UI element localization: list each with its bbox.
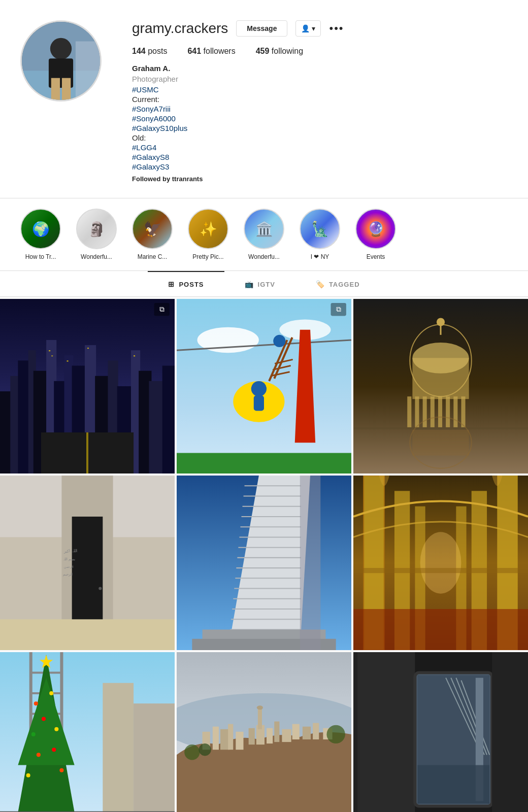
highlight-item[interactable]: 🦅 Marine C...: [132, 209, 173, 260]
svg-point-48: [273, 335, 285, 347]
username: gramy.crackers: [132, 20, 228, 37]
svg-rect-31: [134, 355, 135, 356]
post-cell[interactable]: [177, 476, 351, 650]
svg-point-77: [98, 587, 102, 590]
svg-rect-30: [87, 348, 89, 349]
post-image-city-hill: [177, 652, 351, 812]
highlight-label-wonderful1: Wonderfu...: [81, 253, 112, 260]
highlight-circle-wonderful1: 🗿: [76, 209, 117, 249]
svg-rect-2: [76, 42, 100, 100]
followed-by-label: Followed by: [132, 175, 170, 183]
post-image-hall: [353, 476, 528, 650]
more-options-button[interactable]: •••: [329, 22, 344, 35]
svg-rect-28: [51, 355, 53, 356]
svg-rect-109: [353, 568, 528, 573]
svg-rect-113: [134, 703, 175, 812]
svg-rect-146: [274, 722, 279, 742]
highlight-item[interactable]: 🗿 Wonderfu...: [76, 209, 117, 260]
highlight-item[interactable]: ✨ Pretty Pic...: [188, 209, 228, 260]
highlight-label-wonderful2: Wonderfu...: [248, 253, 280, 260]
highlight-label-marine: Marine C...: [138, 253, 168, 260]
highlight-label-events: Events: [367, 253, 385, 260]
svg-rect-150: [313, 723, 319, 739]
svg-point-153: [257, 705, 263, 709]
svg-point-128: [31, 732, 36, 736]
grid-icon: ⊞: [168, 280, 175, 288]
followed-by: Followed by ttranrants: [132, 175, 508, 183]
svg-rect-23: [149, 381, 164, 473]
post-cell[interactable]: [0, 652, 175, 812]
highlight-circle-events: 🔮: [355, 209, 396, 249]
tab-posts[interactable]: ⊞ POSTS: [148, 271, 224, 296]
svg-rect-5: [51, 78, 60, 100]
post-cell[interactable]: [353, 476, 528, 650]
svg-point-40: [251, 381, 267, 396]
svg-text:الرحیم: الرحیم: [63, 572, 73, 577]
svg-rect-55: [407, 396, 411, 427]
post-cell[interactable]: [353, 299, 528, 473]
highlight-item[interactable]: 🔮 Events: [355, 209, 396, 260]
post-image-sculpture: ⧉: [177, 299, 351, 473]
svg-text:اللہ اکبر: اللہ اکبر: [63, 549, 77, 554]
post-cell[interactable]: اللہ اکبر بسم اللہ الرحمن الرحیم: [0, 476, 175, 650]
profile-info: gramy.crackers Message 👤 ▾ ••• 144 posts…: [132, 20, 508, 183]
message-button[interactable]: Message: [236, 20, 287, 37]
bio-sony7r: #SonyA7riii: [132, 105, 508, 113]
followed-by-user[interactable]: ttranrants: [172, 175, 203, 183]
post-cell[interactable]: [353, 652, 528, 812]
svg-rect-62: [461, 396, 465, 427]
highlight-item[interactable]: 🗽 I ❤ NY: [300, 209, 340, 260]
bio-usmc: #USMC: [132, 85, 508, 94]
svg-rect-149: [303, 727, 311, 739]
posts-stat[interactable]: 144 posts: [132, 47, 167, 56]
svg-rect-142: [236, 732, 243, 750]
followers-count: 641: [187, 47, 201, 55]
svg-rect-63: [353, 427, 528, 429]
svg-rect-41: [254, 395, 264, 411]
following-count: 459: [256, 47, 270, 55]
tab-igtv[interactable]: 📺 IGTV: [224, 271, 295, 296]
profile-section: gramy.crackers Message 👤 ▾ ••• 144 posts…: [0, 0, 528, 198]
bio-sonya6000: #SonyA6000: [132, 114, 508, 123]
post-cell[interactable]: ⧉: [177, 299, 351, 473]
highlight-circle-pretty: ✨: [188, 209, 228, 249]
bio-galaxy-s10: #GalaxyS10plus: [132, 124, 508, 132]
svg-point-132: [26, 773, 30, 777]
tab-tagged-label: TAGGED: [329, 281, 360, 288]
tag-icon: 🏷️: [316, 280, 325, 288]
post-image-concrete-wall: اللہ اکبر بسم اللہ الرحمن الرحیم: [0, 476, 175, 650]
username-row: gramy.crackers Message 👤 ▾ •••: [132, 20, 508, 37]
highlight-item[interactable]: 🏛️ Wonderfu...: [244, 209, 284, 260]
post-image-train-window: [353, 652, 528, 812]
highlight-circle-marine: 🦅: [132, 209, 173, 249]
following-stat[interactable]: 459 following: [256, 47, 303, 56]
follow-dropdown-button[interactable]: 👤 ▾: [295, 20, 321, 37]
job-title: Photographer: [132, 75, 508, 83]
posts-count: 144: [132, 47, 146, 55]
bio-old: Old:: [132, 133, 508, 142]
svg-rect-145: [267, 728, 273, 743]
tab-tagged[interactable]: 🏷️ TAGGED: [295, 271, 380, 296]
highlights-section: 🌍 How to Tr... 🗿 Wonderfu... 🦅 Marine C.…: [0, 198, 528, 271]
bio-galaxys8: #GalaxyS8: [132, 153, 508, 161]
svg-point-131: [52, 748, 56, 752]
svg-point-125: [34, 701, 38, 705]
highlight-item[interactable]: 🌍 How to Tr...: [20, 209, 61, 260]
svg-rect-76: [0, 619, 175, 650]
svg-point-154: [184, 745, 200, 760]
svg-point-127: [42, 717, 46, 721]
svg-rect-47: [177, 453, 351, 473]
tab-posts-label: POSTS: [179, 281, 204, 288]
svg-point-130: [37, 753, 41, 757]
post-image-nyc-skyline: ⧉: [0, 299, 175, 473]
svg-point-133: [59, 768, 63, 772]
svg-text:الرحمن: الرحمن: [64, 565, 74, 569]
post-cell[interactable]: ⧉: [0, 299, 175, 473]
post-cell[interactable]: [177, 652, 351, 812]
svg-point-3: [50, 38, 72, 59]
followers-stat[interactable]: 641 followers: [187, 47, 235, 56]
svg-point-126: [49, 691, 53, 695]
svg-rect-170: [417, 675, 489, 804]
svg-rect-59: [438, 396, 442, 427]
svg-rect-58: [431, 396, 435, 427]
